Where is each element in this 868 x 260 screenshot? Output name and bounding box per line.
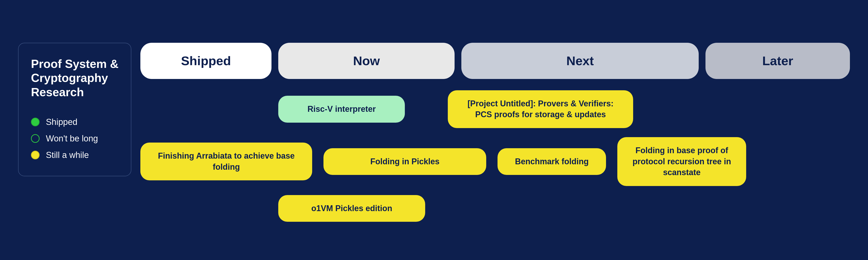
legend-label-while: Still a while xyxy=(46,150,89,160)
card-arrabiata[interactable]: Finishing Arrabiata to achieve base fold… xyxy=(141,143,312,180)
row1: Risc-V interpreter [Project Untitled]: P… xyxy=(141,90,850,128)
card-o1vm[interactable]: o1VM Pickles edition xyxy=(278,195,425,222)
header-now: Now xyxy=(278,43,455,79)
row2: Finishing Arrabiata to achieve base fold… xyxy=(141,137,850,186)
soon-dot-icon xyxy=(31,134,39,143)
legend-panel: Proof System &CryptographyResearch Shipp… xyxy=(18,43,131,176)
column-headers: Shipped Now Next Later xyxy=(141,43,850,79)
card-folding-base-proof[interactable]: Folding in base proof of protocol recurs… xyxy=(617,137,746,186)
card-folding-pickles[interactable]: Folding in Pickles xyxy=(323,148,486,175)
header-later: Later xyxy=(706,43,850,79)
card-benchmark-folding[interactable]: Benchmark folding xyxy=(498,148,606,175)
header-shipped: Shipped xyxy=(141,43,272,79)
main-container: Proof System &CryptographyResearch Shipp… xyxy=(18,38,850,222)
card-project-untitled[interactable]: [Project Untitled]: Provers & Verifiers:… xyxy=(448,90,633,128)
arrow-1-icon: ▶ xyxy=(312,156,323,167)
shipped-dot-icon xyxy=(31,118,39,126)
roadmap-area: Shipped Now Next Later Risc-V interprete… xyxy=(141,43,850,222)
arrow-3-icon: ▶ xyxy=(606,156,617,167)
card-riscv[interactable]: Risc-V interpreter xyxy=(278,96,405,123)
row3: o1VM Pickles edition xyxy=(141,195,850,222)
legend-item-while: Still a while xyxy=(31,150,119,160)
while-dot-icon xyxy=(31,151,39,159)
cards-rows: Risc-V interpreter [Project Untitled]: P… xyxy=(141,90,850,222)
legend-label-soon: Won't be long xyxy=(46,134,98,143)
header-next: Next xyxy=(461,43,699,79)
legend-label-shipped: Shipped xyxy=(46,117,77,127)
arrow-2-icon: ▶ xyxy=(486,156,498,167)
legend-items: Shipped Won't be long Still a while xyxy=(31,117,119,160)
legend-item-shipped: Shipped xyxy=(31,117,119,127)
legend-title: Proof System &CryptographyResearch xyxy=(31,57,119,99)
legend-item-soon: Won't be long xyxy=(31,134,119,143)
